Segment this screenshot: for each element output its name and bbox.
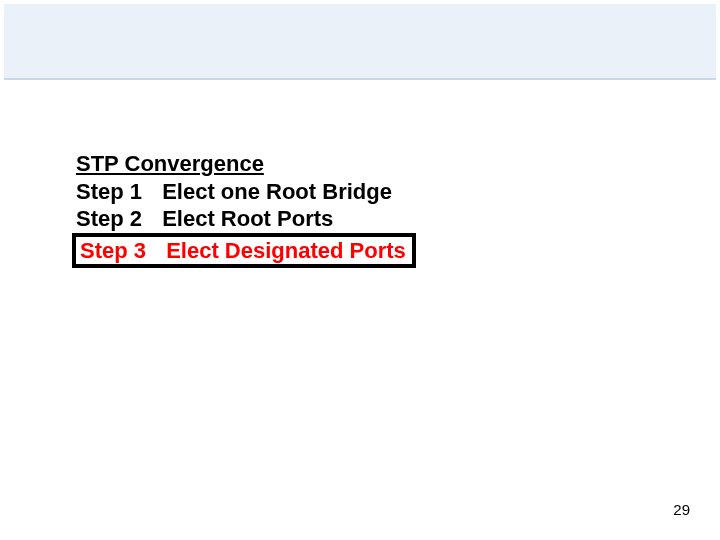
- step-row-2: Step 2 Elect Root Ports: [76, 205, 656, 233]
- slide: STP Convergence Step 1 Elect one Root Br…: [0, 0, 720, 540]
- step-3-desc: Elect Designated Ports: [166, 238, 406, 263]
- step-3-highlight-box: Step 3 Elect Designated Ports: [72, 233, 416, 269]
- step-2-desc: Elect Root Ports: [162, 206, 333, 231]
- slide-title: STP Convergence: [76, 150, 656, 178]
- step-3-label: Step 3: [80, 237, 160, 265]
- page-number: 29: [673, 501, 690, 518]
- step-1-label: Step 1: [76, 178, 156, 206]
- content-block: STP Convergence Step 1 Elect one Root Br…: [76, 150, 656, 268]
- step-2-label: Step 2: [76, 205, 156, 233]
- header-band: [4, 4, 716, 80]
- step-row-1: Step 1 Elect one Root Bridge: [76, 178, 656, 206]
- step-row-3: Step 3 Elect Designated Ports: [80, 237, 406, 265]
- step-1-desc: Elect one Root Bridge: [162, 179, 392, 204]
